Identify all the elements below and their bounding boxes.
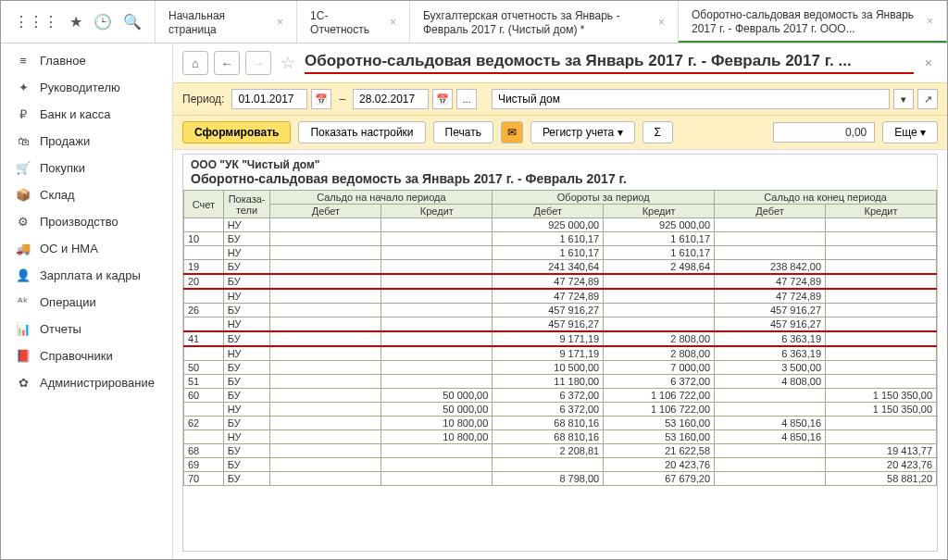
tab-label: Оборотно-сальдовая ведомость за Январь 2… <box>692 8 919 35</box>
table-row[interactable]: 69БУ20 423,7620 423,76 <box>184 458 937 472</box>
th-credit: Кредит <box>604 205 715 218</box>
nav-icon: 👤 <box>16 268 31 282</box>
sidebar-item[interactable]: ₽Банк и касса <box>1 101 172 128</box>
sidebar-item[interactable]: 📦Склад <box>1 181 172 208</box>
sidebar-item[interactable]: 👤Зарплата и кадры <box>1 262 172 289</box>
tab-label: 1С-Отчетность <box>310 9 382 36</box>
sidebar-item[interactable]: ≡Главное <box>1 47 172 74</box>
tab-close-icon[interactable]: × <box>390 16 396 29</box>
nav-icon: 📊 <box>16 322 31 336</box>
email-button[interactable]: ✉ <box>501 121 523 143</box>
table-row[interactable]: НУ925 000,00925 000,00 <box>184 218 937 232</box>
register-button[interactable]: Регистр учета ▾ <box>530 121 635 143</box>
org-dropdown-icon[interactable]: ▾ <box>893 89 914 109</box>
th-credit: Кредит <box>381 205 493 218</box>
period-more-button[interactable]: ... <box>456 89 477 109</box>
th-debit: Дебет <box>270 205 381 218</box>
sidebar-item[interactable]: ᴬᵏОперации <box>1 289 172 316</box>
sigma-button[interactable]: Σ <box>642 121 673 143</box>
clipboard-icon[interactable]: 🕒 <box>94 13 112 31</box>
tab[interactable]: Бухгалтерская отчетность за Январь - Фев… <box>410 1 679 43</box>
nav-icon: ✦ <box>16 81 31 94</box>
favorite-icon[interactable]: ☆ <box>281 53 295 73</box>
tab-close-icon[interactable]: × <box>658 16 665 29</box>
table-row[interactable]: 41БУ9 171,192 808,006 363,19 <box>184 331 937 346</box>
close-icon[interactable]: × <box>919 56 938 70</box>
nav-label: Банк и касса <box>40 107 111 121</box>
table-row[interactable]: 10БУ1 610,171 610,17 <box>184 232 937 246</box>
sidebar-item[interactable]: 📕Справочники <box>1 342 172 369</box>
org-open-icon[interactable]: ↗ <box>917 89 938 109</box>
th-debit: Дебет <box>493 205 604 218</box>
nav-label: Операции <box>40 295 96 309</box>
table-row[interactable]: НУ1 610,171 610,17 <box>184 246 937 260</box>
calendar-from-icon[interactable]: 📅 <box>311 89 331 109</box>
search-icon[interactable]: 🔍 <box>123 13 142 31</box>
nav-icon: ₽ <box>16 107 31 121</box>
print-button[interactable]: Печать <box>433 121 493 143</box>
tab[interactable]: Начальная страница× <box>156 1 297 43</box>
show-settings-button[interactable]: Показать настройки <box>298 121 425 143</box>
top-tabs-bar: ⋮⋮⋮ ★ 🕒 🔍 Начальная страница×1С-Отчетнос… <box>1 1 947 44</box>
table-row[interactable]: 68БУ2 208,8121 622,5819 413,77 <box>184 444 937 458</box>
nav-label: Склад <box>40 188 75 202</box>
table-row[interactable]: 62БУ10 800,0068 810,1653 160,004 850,16 <box>184 417 937 430</box>
table-row[interactable]: НУ47 724,8947 724,89 <box>184 289 937 304</box>
table-row[interactable]: 19БУ241 340,642 498,64238 842,00 <box>184 260 937 275</box>
sidebar-item[interactable]: 🚚ОС и НМА <box>1 235 172 262</box>
form-button[interactable]: Сформировать <box>182 121 291 143</box>
table-row[interactable]: 26БУ457 916,27457 916,27 <box>184 304 937 317</box>
sidebar-item[interactable]: ✿Администрирование <box>1 369 172 396</box>
star-icon[interactable]: ★ <box>69 13 82 31</box>
sidebar-item[interactable]: ⚙Производство <box>1 208 172 235</box>
period-toolbar: Период: 📅 – 📅 ... ▾ ↗ <box>173 82 947 116</box>
apps-icon[interactable]: ⋮⋮⋮ <box>14 13 58 31</box>
page-title: Оборотно-сальдовая ведомость за Январь 2… <box>305 52 914 74</box>
th-turnover: Обороты за период <box>493 191 715 205</box>
sidebar-item[interactable]: 🛍Продажи <box>1 128 172 155</box>
tab-label: Начальная страница <box>168 9 269 36</box>
table-row[interactable]: 20БУ47 724,8947 724,89 <box>184 274 937 289</box>
sidebar-item[interactable]: ✦Руководителю <box>1 74 172 101</box>
nav-label: Руководителю <box>40 81 120 94</box>
more-button[interactable]: Еще ▾ <box>882 121 938 143</box>
forward-button[interactable]: → <box>245 51 271 75</box>
th-indicators: Показа- тели <box>223 191 270 218</box>
nav-icon: 🛒 <box>16 161 31 175</box>
sidebar: ≡Главное✦Руководителю₽Банк и касса🛍Прода… <box>1 44 173 560</box>
table-row[interactable]: 70БУ8 798,0067 679,2058 881,20 <box>184 472 937 486</box>
calendar-to-icon[interactable]: 📅 <box>432 89 453 109</box>
nav-icon: 🚚 <box>16 242 31 255</box>
tab[interactable]: 1С-Отчетность× <box>297 1 410 43</box>
period-dash: – <box>335 93 349 106</box>
organization-input[interactable] <box>492 89 890 109</box>
table-row[interactable]: НУ457 916,27457 916,27 <box>184 317 937 332</box>
date-to-input[interactable] <box>353 89 429 109</box>
table-row[interactable]: НУ9 171,192 808,006 363,19 <box>184 346 937 361</box>
nav-icon: ≡ <box>16 54 31 68</box>
nav-icon: ✿ <box>16 376 31 390</box>
table-row[interactable]: 50БУ10 500,007 000,003 500,00 <box>184 361 937 375</box>
back-button[interactable]: ← <box>214 51 240 75</box>
nav-icon: ᴬᵏ <box>16 295 31 309</box>
table-row[interactable]: НУ10 800,0068 810,1653 160,004 850,16 <box>184 430 937 444</box>
table-row[interactable]: 51БУ11 180,006 372,004 808,00 <box>184 375 937 389</box>
sidebar-item[interactable]: 🛒Покупки <box>1 155 172 181</box>
tab-close-icon[interactable]: × <box>927 15 933 28</box>
report-area[interactable]: ООО "УК "Чистый дом" Оборотно-сальдовая … <box>182 154 938 552</box>
tab-close-icon[interactable]: × <box>277 16 283 29</box>
report-title: Оборотно-сальдовая ведомость за Январь 2… <box>191 171 929 186</box>
nav-label: Покупки <box>40 161 85 175</box>
nav-label: Администрирование <box>40 376 155 390</box>
tab-label: Бухгалтерская отчетность за Январь - Фев… <box>423 9 651 36</box>
sidebar-item[interactable]: 📊Отчеты <box>1 316 172 342</box>
nav-label: Зарплата и кадры <box>40 268 141 282</box>
table-row[interactable]: НУ50 000,006 372,001 106 722,001 150 350… <box>184 403 937 417</box>
table-row[interactable]: 60БУ50 000,006 372,001 106 722,001 150 3… <box>184 389 937 403</box>
home-button[interactable]: ⌂ <box>182 51 208 75</box>
tab[interactable]: Оборотно-сальдовая ведомость за Январь 2… <box>679 1 947 43</box>
nav-label: Продажи <box>40 134 90 148</box>
th-credit: Кредит <box>826 205 937 218</box>
nav-label: ОС и НМА <box>40 242 98 255</box>
date-from-input[interactable] <box>231 89 307 109</box>
